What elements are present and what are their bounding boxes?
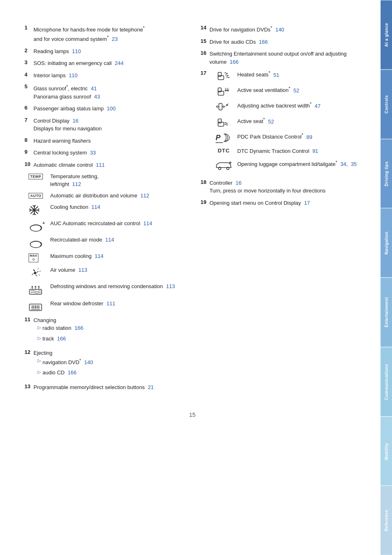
active-seat-icon [216, 116, 231, 128]
list-item-19: 19 Opening start menu on Control Display… [200, 199, 360, 207]
fan-icon [29, 267, 42, 279]
auto-badge: AUTO [29, 193, 43, 199]
list-item-hazard: 8 Hazard warning flashers [24, 137, 184, 145]
svg-line-18 [39, 271, 41, 271]
recirc-icon [29, 237, 45, 248]
list-item: 14 Drive for navigation DVDs* 140 [200, 25, 360, 34]
svg-text:A: A [42, 221, 45, 225]
sidebar-tab-controls[interactable]: Controls [381, 69, 392, 139]
list-item: 15 Drive for audio CDs 166 [200, 38, 360, 46]
svg-line-17 [38, 268, 39, 269]
list-item: 11 Changing ▷ radio station 166 ▷ track … [24, 316, 184, 345]
left-column: 1 Microphone for hands-free mode for tel… [24, 25, 184, 395]
climate-row-auto: AUTO Automatic air distribution and volu… [29, 192, 184, 199]
dtc-badge: DTC [218, 148, 230, 154]
svg-line-44 [225, 103, 229, 107]
list-item: 2 Reading lamps 110 [24, 47, 184, 56]
climate-row-defrost-front: Defrosting windows and removing condensa… [29, 283, 184, 296]
list-item-18: 18 Controller 16 Turn, press or move hor… [200, 179, 360, 195]
svg-point-16 [34, 272, 36, 274]
climate-row-max: MAX◇ Maximum cooling 114 [29, 253, 184, 262]
sub-item: ▷ radio station 166 [38, 324, 184, 332]
max-badge: MAX◇ [29, 253, 38, 262]
sidebar-tab-driving-tips[interactable]: Driving tips [381, 139, 392, 208]
list-item: 6 Passenger airbag status lamp 100 [24, 105, 184, 113]
sub-item: ▷ audio CD 166 [38, 369, 184, 377]
climate-row-temp: TEMP Temperature setting,left/right 112 [29, 173, 184, 188]
svg-line-19 [38, 275, 40, 275]
list-item: 7 Control Display 16 Displays for menu n… [24, 117, 184, 133]
climate-row-cooling: Cooling function 114 [29, 204, 184, 216]
climate-row-recirc: Recirculated-air mode 114 [29, 236, 184, 248]
backrest-icon [216, 101, 231, 112]
climate-row-defrost-rear: Rear window defroster 111 [29, 300, 184, 312]
icon-row-backrest: Adjusting active backrest width* 47 [214, 101, 360, 112]
svg-point-4 [33, 209, 36, 211]
sub-item: ▷ track 166 [38, 335, 184, 343]
heated-seat-icon [216, 70, 231, 81]
snowflake-icon [29, 204, 40, 216]
icon-row-dtc: DTC DTC Dynamic Traction Control 91 [214, 148, 360, 155]
icon-row-pdc: P PDC Park Distance Control* 89 [214, 132, 360, 143]
list-item: 1 Microphone for hands-free mode for tel… [24, 25, 184, 43]
list-item: 10 Automatic climate control 111 [24, 161, 184, 169]
sub-arrow-icon: ▷ [38, 357, 41, 364]
auc-recirc-icon: A [29, 221, 45, 232]
pdc-icon: P [215, 132, 233, 143]
right-column: 14 Drive for navigation DVDs* 140 15 Dri… [200, 25, 360, 395]
climate-row-auc: A AUC Automatic recirculated-air control… [29, 220, 184, 232]
page-number: 15 [24, 412, 360, 418]
sidebar-tab-reference[interactable]: Reference [381, 486, 392, 555]
sidebar-tab-mobility[interactable]: Mobility [381, 416, 392, 486]
icon-row-luggage: Opening luggage compartment lid/tailgate… [214, 159, 360, 171]
svg-rect-20 [29, 289, 42, 294]
list-item: 4 Interior lamps 110 [24, 72, 184, 80]
sidebar-tab-entertainment[interactable]: Entertainment [381, 278, 392, 347]
sidebar: At a glance Controls Driving tips Naviga… [381, 0, 392, 555]
list-item-17: 17 [200, 70, 360, 175]
hazard-warning-flashers-text: Hazard warning flashers [33, 137, 184, 145]
sidebar-tab-at-a-glance[interactable]: At a glance [381, 0, 392, 69]
list-item: 9 Central locking system 33 [24, 149, 184, 157]
sub-arrow-icon: ▷ [38, 369, 41, 376]
sub-arrow-icon: ▷ [38, 324, 41, 331]
sub-arrow-icon: ▷ [38, 335, 41, 342]
list-item: 12 Ejecting ▷ navigation DVD* 140 ▷ audi… [24, 349, 184, 379]
seat-vent-icon [216, 85, 231, 97]
list-item: 5 Glass sunroof*, electric 41 Panorama g… [24, 83, 184, 101]
luggage-icon [216, 159, 232, 171]
climate-row-fan: Air volume 113 [29, 266, 184, 279]
svg-text:P: P [216, 134, 221, 142]
main-content: 1 Microphone for hands-free mode for tel… [0, 0, 381, 555]
temp-badge: TEMP [29, 174, 43, 179]
sub-item: ▷ navigation DVD* 140 [38, 357, 184, 367]
front-defrost-icon [29, 284, 42, 296]
sidebar-tab-navigation[interactable]: Navigation [381, 208, 392, 278]
icon-row-active-seat: Active seat* 52 [214, 116, 360, 128]
svg-rect-40 [219, 103, 222, 110]
list-item: 16 Switching Entertainment sound output … [200, 50, 360, 66]
icon-row-heated-seat: Heated seats* 51 [214, 70, 360, 81]
list-item: 3 SOS: initiating an emergency call 244 [24, 59, 184, 67]
rear-defrost-icon [29, 301, 42, 312]
icon-row-seat-vent: Active seat ventilation* 52 [214, 85, 360, 97]
sidebar-tab-communications[interactable]: Communications [381, 347, 392, 416]
list-item: 13 Programmable memory/direct selection … [24, 383, 184, 392]
